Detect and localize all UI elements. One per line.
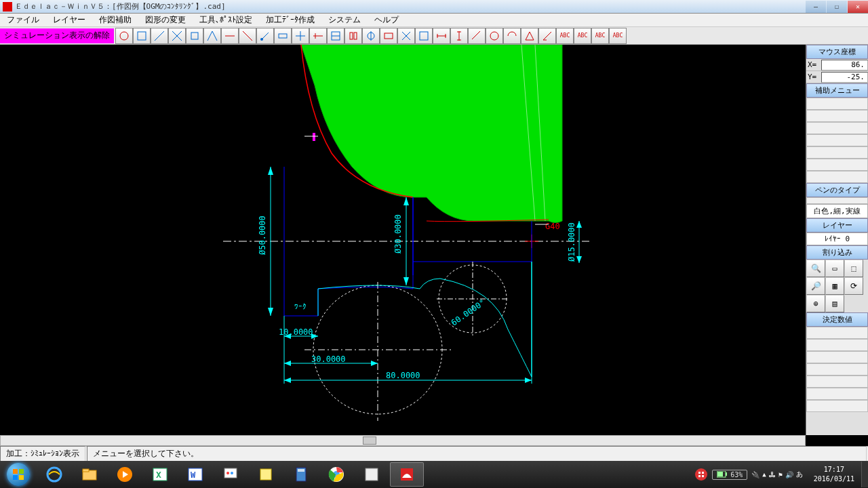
taskbar-wmp-icon[interactable] bbox=[108, 462, 142, 487]
tool-dim-v[interactable] bbox=[450, 28, 468, 44]
tool-2[interactable] bbox=[151, 28, 168, 44]
taskbar-calc-icon[interactable] bbox=[284, 462, 318, 487]
tray-up-icon[interactable]: ▲ bbox=[762, 471, 766, 478]
svg-point-93 bbox=[695, 468, 707, 481]
menu-nc-create[interactable]: 加工ﾃﾞｰﾀ作成 bbox=[259, 14, 321, 26]
taskbar-paint-icon[interactable] bbox=[214, 462, 248, 487]
pen-value[interactable]: 白色,細,実線 bbox=[806, 204, 868, 218]
statusbar: 加工：ｼﾐｭﾚｰｼｮﾝ表示 メニューを選択して下さい。 bbox=[0, 446, 868, 461]
tool-4[interactable] bbox=[186, 28, 203, 44]
taskbar-clock[interactable]: 17:17 2016/03/11 bbox=[807, 465, 861, 484]
menu-shape-edit[interactable]: 図形の変更 bbox=[138, 14, 193, 26]
aux-slot[interactable] bbox=[806, 159, 868, 171]
action-icon[interactable]: ⚑ bbox=[778, 471, 783, 479]
tool-abc3[interactable]: ABC bbox=[591, 28, 609, 44]
tool-11[interactable] bbox=[309, 28, 327, 44]
decision-slot[interactable] bbox=[806, 327, 868, 339]
tool-13[interactable] bbox=[344, 28, 362, 44]
decision-slot[interactable] bbox=[806, 375, 868, 388]
tool-15[interactable] bbox=[380, 28, 397, 44]
tool-17[interactable] bbox=[415, 28, 433, 44]
decision-slot[interactable] bbox=[806, 388, 868, 400]
aux-slot[interactable] bbox=[806, 171, 868, 183]
taskbar-word-icon[interactable]: W bbox=[178, 462, 212, 487]
decision-slot[interactable] bbox=[806, 351, 868, 363]
tool-19[interactable] bbox=[486, 28, 503, 44]
battery-indicator[interactable]: 63% bbox=[712, 470, 747, 480]
tool-7[interactable] bbox=[239, 28, 256, 44]
minimize-button[interactable]: — bbox=[806, 1, 826, 13]
tool-14[interactable] bbox=[362, 28, 380, 44]
layer-value[interactable]: ﾚｲﾔｰ 0 bbox=[806, 232, 868, 245]
volume-icon[interactable]: 🔊 bbox=[785, 471, 793, 479]
close-button[interactable]: ✕ bbox=[848, 1, 868, 13]
taskbar-excel-icon[interactable]: X bbox=[143, 462, 177, 487]
dim-d15: Ø15.0000 bbox=[567, 222, 576, 262]
tool-20[interactable] bbox=[503, 28, 521, 44]
aux-slot[interactable] bbox=[806, 146, 868, 159]
taskbar-sticky-icon[interactable] bbox=[249, 462, 283, 487]
x-value: 86. bbox=[821, 60, 868, 70]
ime-icon[interactable]: あ bbox=[796, 470, 803, 479]
menu-draw-aid[interactable]: 作図補助 bbox=[92, 14, 138, 26]
menu-system[interactable]: システム bbox=[321, 14, 368, 26]
tool-12[interactable] bbox=[327, 28, 344, 44]
menu-tool-post[interactable]: 工具､ﾎﾟｽﾄ設定 bbox=[193, 14, 259, 26]
tool-dim-h[interactable] bbox=[433, 28, 450, 44]
svg-line-31 bbox=[472, 31, 480, 39]
horizontal-scrollbar[interactable] bbox=[0, 435, 806, 446]
simulation-label[interactable]: シミュレーション表示の解除 bbox=[0, 28, 114, 43]
redraw-icon[interactable]: ⟳ bbox=[844, 277, 863, 295]
tool-1[interactable] bbox=[133, 28, 151, 44]
start-button[interactable] bbox=[0, 461, 37, 488]
pen-slot[interactable] bbox=[806, 197, 868, 204]
show-desktop-button[interactable] bbox=[861, 462, 868, 487]
decision-slot[interactable] bbox=[806, 400, 868, 412]
tool-9[interactable] bbox=[274, 28, 292, 44]
aux-slot[interactable] bbox=[806, 122, 868, 134]
zoom-out-icon[interactable]: 🔎 bbox=[806, 277, 825, 295]
dim-30: 30.0000 bbox=[311, 354, 346, 364]
cad-canvas[interactable]: G40 Ø50.0000 Ø30.0000 bbox=[0, 45, 806, 435]
tool-3[interactable] bbox=[168, 28, 186, 44]
tool-6[interactable] bbox=[221, 28, 239, 44]
maximize-button[interactable]: ☐ bbox=[827, 1, 847, 13]
tool-5[interactable] bbox=[203, 28, 221, 44]
power-icon[interactable]: 🔌 bbox=[751, 471, 760, 479]
tool-abc4[interactable]: ABC bbox=[609, 28, 627, 44]
tool-21[interactable] bbox=[521, 28, 538, 44]
zoom-plus-icon[interactable]: ⊕ bbox=[806, 295, 825, 312]
zoom-fit-icon[interactable]: ⬚ bbox=[844, 260, 863, 277]
tray-app-icon[interactable] bbox=[691, 462, 711, 487]
menu-layer[interactable]: レイヤー bbox=[46, 14, 92, 26]
tool-8[interactable] bbox=[256, 28, 274, 44]
decision-slot[interactable] bbox=[806, 363, 868, 375]
taskbar-chrome-icon[interactable] bbox=[319, 462, 353, 487]
tool-18[interactable] bbox=[468, 28, 486, 44]
svg-line-33 bbox=[543, 32, 551, 40]
zoom-area-icon[interactable]: ▭ bbox=[825, 260, 844, 277]
grid-icon[interactable]: ▤ bbox=[825, 295, 844, 312]
taskbar-ie-icon[interactable] bbox=[37, 462, 71, 487]
menu-file[interactable]: ファイル bbox=[0, 14, 46, 26]
pan-icon[interactable]: ▦ bbox=[825, 277, 844, 295]
aux-slot[interactable] bbox=[806, 98, 868, 110]
tool-abc1[interactable]: ABC bbox=[556, 28, 574, 44]
decision-slot[interactable] bbox=[806, 339, 868, 351]
tool-abc2[interactable]: ABC bbox=[574, 28, 591, 44]
tool-circle[interactable] bbox=[115, 28, 133, 44]
system-tray[interactable]: 🔌 ▲ 🖧 ⚑ 🔊 あ bbox=[747, 470, 806, 479]
dim-d50: Ø50.0000 bbox=[258, 216, 267, 255]
aux-slot[interactable] bbox=[806, 110, 868, 122]
tool-22[interactable] bbox=[538, 28, 556, 44]
tool-10[interactable] bbox=[292, 28, 309, 44]
svg-rect-1 bbox=[138, 32, 146, 40]
zoom-in-icon[interactable]: 🔍 bbox=[806, 260, 825, 277]
taskbar-app1-icon[interactable] bbox=[355, 462, 389, 487]
taskbar-edelac-icon[interactable] bbox=[390, 462, 424, 487]
network-icon[interactable]: 🖧 bbox=[769, 471, 776, 479]
taskbar-explorer-icon[interactable] bbox=[73, 462, 106, 487]
aux-slot[interactable] bbox=[806, 134, 868, 146]
tool-16[interactable] bbox=[397, 28, 415, 44]
menu-help[interactable]: ヘルプ bbox=[368, 14, 406, 26]
